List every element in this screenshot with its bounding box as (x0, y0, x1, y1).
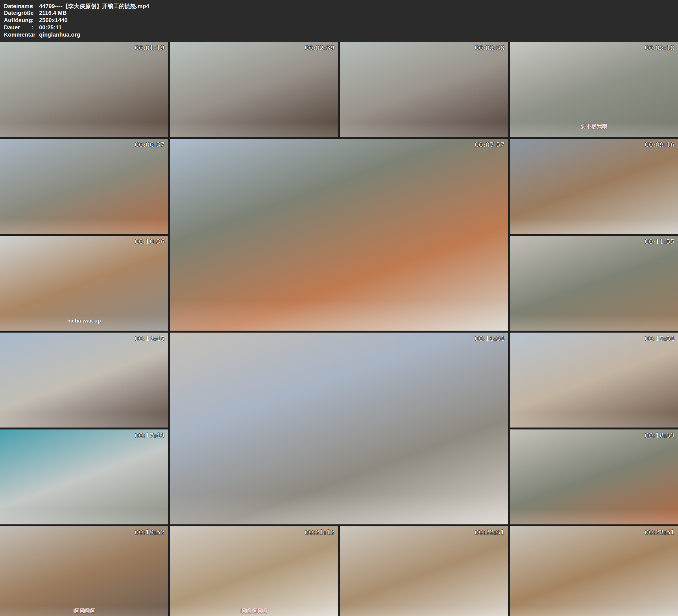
scene-placeholder (0, 526, 168, 616)
timestamp-badge: 00:15:54 (645, 335, 675, 342)
subtitle-text: 啊啊啊啊 (0, 607, 168, 615)
scene-placeholder (0, 42, 168, 137)
scene-placeholder (0, 139, 168, 234)
thumbnail-grid: 00:01:19 00:02:39 00:03:58 00:05:18 要不然我… (0, 42, 678, 616)
timestamp-badge: 00:06:37 (135, 141, 164, 148)
meta-label-filename: Dateiname (4, 3, 32, 9)
meta-row-filename: Dateiname : 44799----【李大侠原创】开锁工的愤怒.mp4 (4, 2, 674, 10)
meta-separator: : (32, 17, 39, 24)
video-thumbnail: 00:06:37 (0, 139, 168, 234)
video-thumbnail: 00:13:45 (0, 333, 168, 427)
timestamp-badge: 00:17:43 (135, 432, 164, 439)
meta-label-comment: Kommentar (4, 32, 32, 38)
scene-placeholder (170, 139, 508, 331)
video-thumbnail: 00:05:18 要不然我哦 (510, 42, 678, 137)
timestamp-badge: 00:18:33 (645, 432, 675, 439)
metadata-header: Dateiname : 44799----【李大侠原创】开锁工的愤怒.mp4 D… (0, 0, 678, 42)
scene-placeholder (340, 42, 508, 137)
timestamp-badge: 00:02:39 (305, 44, 335, 51)
meta-value-duration: 00:25:11 (39, 24, 62, 31)
scene-placeholder (0, 236, 168, 331)
video-thumbnail: 00:22:31 (340, 526, 508, 616)
timestamp-badge: 00:11:55 (645, 238, 675, 245)
scene-placeholder (170, 526, 338, 616)
scene-placeholder (340, 526, 508, 616)
meta-label-filesize: Dateigröße (4, 10, 32, 16)
meta-separator: : (32, 10, 39, 16)
timestamp-badge: 00:14:34 (475, 335, 504, 342)
scene-placeholder (510, 236, 678, 331)
timestamp-badge: 00:01:19 (135, 44, 164, 51)
video-thumbnail: 00:01:19 (0, 42, 168, 137)
video-thumbnail: 00:15:54 (510, 333, 678, 427)
video-thumbnail: 00:09:16 (510, 139, 678, 234)
video-thumbnail-large: 00:14:34 (170, 333, 508, 525)
video-thumbnail: 00:03:58 (340, 42, 508, 137)
meta-separator: : (32, 24, 39, 31)
meta-label-resolution: Auflösung (4, 17, 32, 24)
timestamp-badge: 00:05:18 (645, 44, 675, 51)
video-thumbnail-large: 00:07:57 (170, 139, 508, 331)
meta-separator: : (32, 3, 39, 9)
meta-value-filesize: 2116.4 MB (39, 10, 67, 16)
timestamp-badge: 00:19:52 (135, 529, 164, 536)
scene-placeholder (510, 526, 678, 616)
subtitle-text: 啊啊啊啊啊 (170, 607, 338, 615)
meta-row-duration: Dauer : 00:25:11 (4, 24, 674, 32)
video-thumbnail: 00:19:52 啊啊啊啊 (0, 526, 168, 616)
meta-label-duration: Dauer (4, 24, 32, 31)
timestamp-badge: 00:22:31 (475, 529, 504, 536)
meta-value-resolution: 2560x1440 (39, 17, 68, 24)
timestamp-badge: 00:13:45 (135, 335, 164, 342)
scene-placeholder (0, 429, 168, 525)
video-thumbnail: 00:10:36 ha ha wait up (0, 236, 168, 331)
video-thumbnail: 00:11:55 (510, 236, 678, 331)
scene-placeholder (170, 42, 338, 137)
subtitle-text: 要不然我哦 (510, 123, 678, 130)
meta-value-comment: qinglanhua.org (39, 32, 80, 38)
timestamp-badge: 00:07:57 (475, 141, 504, 148)
video-thumbnail: 00:23:51 (510, 526, 678, 616)
meta-row-resolution: Auflösung : 2560x1440 (4, 17, 674, 24)
meta-row-comment: Kommentar : qinglanhua.org (4, 32, 674, 39)
subtitle-text: ha ha wait up (0, 318, 168, 324)
timestamp-badge: 00:10:36 (135, 238, 164, 245)
video-thumbnail: 00:21:12 啊啊啊啊啊 (170, 526, 338, 616)
scene-placeholder (170, 333, 508, 525)
timestamp-badge: 00:09:16 (645, 141, 675, 148)
scene-placeholder (510, 139, 678, 234)
scene-placeholder (510, 42, 678, 137)
timestamp-badge: 00:03:58 (475, 44, 504, 51)
video-thumbnail: 00:02:39 (170, 42, 338, 137)
meta-row-filesize: Dateigröße : 2116.4 MB (4, 10, 674, 17)
meta-value-filename: 44799----【李大侠原创】开锁工的愤怒.mp4 (39, 2, 149, 10)
meta-separator: : (32, 32, 39, 38)
scene-placeholder (510, 429, 678, 525)
scene-placeholder (510, 333, 678, 427)
scene-placeholder (0, 333, 168, 427)
timestamp-badge: 00:21:12 (305, 529, 335, 536)
timestamp-badge: 00:23:51 (645, 529, 675, 536)
video-thumbnail: 00:18:33 (510, 429, 678, 525)
video-thumbnail: 00:17:43 (0, 429, 168, 525)
